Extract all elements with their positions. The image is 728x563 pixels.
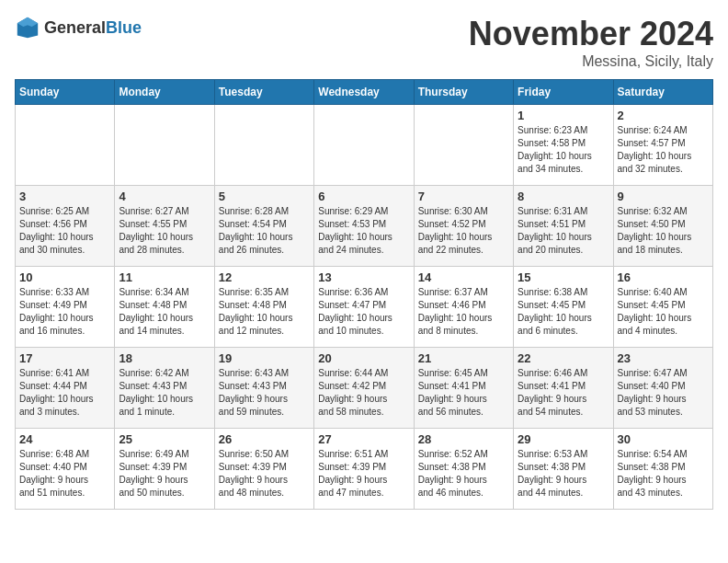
day-number: 16 [618,270,709,284]
day-number: 2 [618,109,709,122]
calendar-cell: 9Sunrise: 6:32 AMSunset: 4:50 PMDaylight… [613,186,712,267]
calendar-cell: 21Sunrise: 6:45 AMSunset: 4:41 PMDayligh… [414,348,513,429]
calendar-header: November 2024 Messina, Sicily, Italy [469,15,713,70]
calendar-cell: 14Sunrise: 6:37 AMSunset: 4:46 PMDayligh… [414,267,513,348]
day-number: 28 [418,432,509,446]
calendar-cell: 18Sunrise: 6:42 AMSunset: 4:43 PMDayligh… [115,348,214,429]
cell-info: Sunrise: 6:37 AMSunset: 4:46 PMDaylight:… [418,286,509,338]
calendar-cell: 23Sunrise: 6:47 AMSunset: 4:40 PMDayligh… [613,348,712,429]
cell-info: Sunrise: 6:51 AMSunset: 4:39 PMDaylight:… [318,448,409,500]
day-number: 8 [518,190,609,203]
day-number: 4 [119,190,210,203]
day-number: 24 [19,432,110,446]
cell-info: Sunrise: 6:45 AMSunset: 4:41 PMDaylight:… [418,367,509,419]
calendar-cell: 13Sunrise: 6:36 AMSunset: 4:47 PMDayligh… [314,267,414,348]
day-number: 30 [618,432,709,446]
cell-info: Sunrise: 6:40 AMSunset: 4:45 PMDaylight:… [618,286,709,338]
calendar-cell: 8Sunrise: 6:31 AMSunset: 4:51 PMDaylight… [514,186,613,267]
calendar-title: November 2024 [469,15,713,53]
cell-info: Sunrise: 6:42 AMSunset: 4:43 PMDaylight:… [119,367,210,419]
day-header-wednesday: Wednesday [314,80,414,105]
calendar-cell: 5Sunrise: 6:28 AMSunset: 4:54 PMDaylight… [214,186,313,267]
calendar-cell [115,105,214,186]
cell-info: Sunrise: 6:32 AMSunset: 4:50 PMDaylight:… [618,205,709,257]
calendar-cell: 29Sunrise: 6:53 AMSunset: 4:38 PMDayligh… [514,429,613,510]
logo-general: General [44,18,106,37]
cell-info: Sunrise: 6:33 AMSunset: 4:49 PMDaylight:… [19,286,110,338]
day-header-thursday: Thursday [414,80,513,105]
logo: GeneralBlue [15,15,142,40]
cell-info: Sunrise: 6:23 AMSunset: 4:58 PMDaylight:… [518,124,609,176]
day-number: 7 [418,190,509,203]
calendar-cell: 28Sunrise: 6:52 AMSunset: 4:38 PMDayligh… [414,429,513,510]
day-number: 22 [518,351,609,365]
cell-info: Sunrise: 6:35 AMSunset: 4:48 PMDaylight:… [219,286,310,338]
logo-blue: Blue [106,18,142,37]
calendar-cell: 11Sunrise: 6:34 AMSunset: 4:48 PMDayligh… [115,267,214,348]
calendar-cell [314,105,414,186]
calendar-cell: 3Sunrise: 6:25 AMSunset: 4:56 PMDaylight… [16,186,115,267]
day-number: 23 [618,351,709,365]
cell-info: Sunrise: 6:36 AMSunset: 4:47 PMDaylight:… [318,286,409,338]
day-header-saturday: Saturday [613,80,712,105]
calendar-cell: 27Sunrise: 6:51 AMSunset: 4:39 PMDayligh… [314,429,414,510]
day-number: 11 [119,270,210,284]
logo-icon [15,15,40,40]
cell-info: Sunrise: 6:29 AMSunset: 4:53 PMDaylight:… [318,205,409,257]
day-number: 6 [318,190,409,203]
day-number: 25 [119,432,210,446]
calendar-cell: 25Sunrise: 6:49 AMSunset: 4:39 PMDayligh… [115,429,214,510]
logo-text: GeneralBlue [44,18,142,38]
calendar-cell: 17Sunrise: 6:41 AMSunset: 4:44 PMDayligh… [16,348,115,429]
calendar-cell [214,105,313,186]
cell-info: Sunrise: 6:48 AMSunset: 4:40 PMDaylight:… [19,448,110,500]
day-number: 15 [518,270,609,284]
cell-info: Sunrise: 6:31 AMSunset: 4:51 PMDaylight:… [518,205,609,257]
calendar-cell: 12Sunrise: 6:35 AMSunset: 4:48 PMDayligh… [214,267,313,348]
cell-info: Sunrise: 6:53 AMSunset: 4:38 PMDaylight:… [518,448,609,500]
calendar-cell: 19Sunrise: 6:43 AMSunset: 4:43 PMDayligh… [214,348,313,429]
calendar-subtitle: Messina, Sicily, Italy [469,53,713,70]
day-number: 19 [219,351,310,365]
day-number: 10 [19,270,110,284]
page-header: GeneralBlue November 2024 Messina, Sicil… [15,15,713,70]
day-number: 29 [518,432,609,446]
day-number: 1 [518,109,609,122]
calendar-cell: 26Sunrise: 6:50 AMSunset: 4:39 PMDayligh… [214,429,313,510]
day-number: 5 [219,190,310,203]
day-header-friday: Friday [514,80,613,105]
cell-info: Sunrise: 6:25 AMSunset: 4:56 PMDaylight:… [19,205,110,257]
day-number: 21 [418,351,509,365]
cell-info: Sunrise: 6:46 AMSunset: 4:41 PMDaylight:… [518,367,609,419]
cell-info: Sunrise: 6:28 AMSunset: 4:54 PMDaylight:… [219,205,310,257]
cell-info: Sunrise: 6:54 AMSunset: 4:38 PMDaylight:… [618,448,709,500]
calendar-cell: 4Sunrise: 6:27 AMSunset: 4:55 PMDaylight… [115,186,214,267]
day-number: 27 [318,432,409,446]
calendar-cell [16,105,115,186]
cell-info: Sunrise: 6:44 AMSunset: 4:42 PMDaylight:… [318,367,409,419]
calendar-cell: 16Sunrise: 6:40 AMSunset: 4:45 PMDayligh… [613,267,712,348]
calendar-cell: 22Sunrise: 6:46 AMSunset: 4:41 PMDayligh… [514,348,613,429]
day-number: 13 [318,270,409,284]
calendar-table: SundayMondayTuesdayWednesdayThursdayFrid… [15,79,713,510]
calendar-cell: 1Sunrise: 6:23 AMSunset: 4:58 PMDaylight… [514,105,613,186]
calendar-cell: 7Sunrise: 6:30 AMSunset: 4:52 PMDaylight… [414,186,513,267]
calendar-cell: 6Sunrise: 6:29 AMSunset: 4:53 PMDaylight… [314,186,414,267]
calendar-cell [414,105,513,186]
calendar-cell: 24Sunrise: 6:48 AMSunset: 4:40 PMDayligh… [16,429,115,510]
day-number: 9 [618,190,709,203]
cell-info: Sunrise: 6:38 AMSunset: 4:45 PMDaylight:… [518,286,609,338]
cell-info: Sunrise: 6:30 AMSunset: 4:52 PMDaylight:… [418,205,509,257]
day-header-sunday: Sunday [16,80,115,105]
calendar-cell: 30Sunrise: 6:54 AMSunset: 4:38 PMDayligh… [613,429,712,510]
cell-info: Sunrise: 6:27 AMSunset: 4:55 PMDaylight:… [119,205,210,257]
day-number: 20 [318,351,409,365]
cell-info: Sunrise: 6:24 AMSunset: 4:57 PMDaylight:… [618,124,709,176]
calendar-cell: 2Sunrise: 6:24 AMSunset: 4:57 PMDaylight… [613,105,712,186]
day-header-monday: Monday [115,80,214,105]
day-number: 18 [119,351,210,365]
calendar-cell: 10Sunrise: 6:33 AMSunset: 4:49 PMDayligh… [16,267,115,348]
calendar-header-row: SundayMondayTuesdayWednesdayThursdayFrid… [16,80,713,105]
calendar-cell: 15Sunrise: 6:38 AMSunset: 4:45 PMDayligh… [514,267,613,348]
day-number: 3 [19,190,110,203]
